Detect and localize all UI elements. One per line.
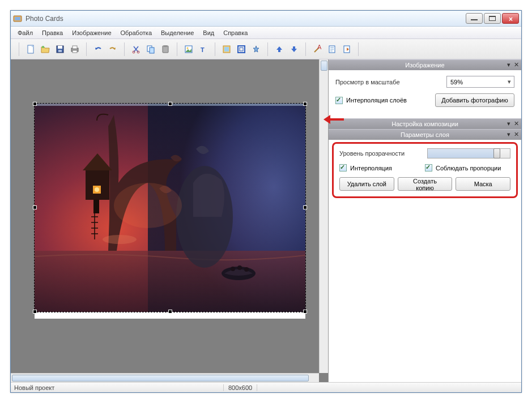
toolbar: T A (11, 39, 521, 59)
print-icon[interactable] (68, 42, 82, 56)
status-project: Новый проект (14, 384, 224, 391)
down-icon[interactable] (287, 42, 301, 56)
svg-point-35 (231, 267, 235, 271)
zoom-combo[interactable]: 59% ▾ (446, 76, 514, 88)
menubar: Файл Правка Изображение Обработка Выделе… (11, 27, 521, 39)
svg-rect-28 (35, 251, 305, 312)
interp-label: Интерполяция (350, 165, 392, 172)
selection-handle-br[interactable] (303, 310, 307, 314)
text-tool-icon[interactable]: T (197, 42, 210, 56)
app-window: Photo Cards × Файл Правка Изображение Об… (10, 10, 522, 393)
close-panel-icon[interactable]: ✕ (514, 131, 519, 138)
svg-point-38 (103, 235, 137, 244)
opacity-slider[interactable] (427, 148, 510, 158)
close-panel-icon[interactable]: ✕ (514, 61, 519, 68)
close-panel-icon[interactable]: ✕ (514, 120, 519, 127)
selection-handle-tc[interactable] (168, 102, 172, 106)
svg-point-17 (187, 47, 189, 49)
menu-help[interactable]: Справка (219, 28, 252, 38)
keep-prop-checkbox[interactable] (425, 164, 432, 172)
svg-point-37 (244, 267, 249, 272)
close-button[interactable]: × (502, 13, 519, 24)
paste-icon[interactable] (159, 42, 172, 56)
cut-icon[interactable] (129, 42, 143, 56)
selection-handle-mr[interactable] (303, 205, 307, 209)
selection-handle-ml[interactable] (33, 205, 37, 209)
window-buttons: × (466, 13, 519, 24)
open-file-icon[interactable] (39, 42, 52, 56)
svg-text:A: A (317, 45, 322, 50)
mask-button[interactable]: Маска (456, 177, 510, 191)
svg-rect-13 (150, 48, 154, 53)
menu-image[interactable]: Изображение (67, 28, 116, 38)
canvas-image[interactable] (35, 104, 305, 312)
selection-handle-tr[interactable] (303, 102, 307, 106)
panel-image-title[interactable]: Изображение ▾✕ (329, 59, 521, 70)
maximize-button[interactable] (484, 13, 501, 24)
canvas-area[interactable] (11, 59, 329, 382)
copy-icon[interactable] (144, 42, 158, 56)
redo-icon[interactable] (106, 42, 120, 56)
panel-comp-title[interactable]: Настройка композиции ▾✕ (329, 118, 521, 129)
svg-rect-1 (15, 17, 20, 20)
undo-icon[interactable] (91, 42, 105, 56)
panel-image-body: Просмотр в масштабе 59% ▾ Интерполяция с… (329, 70, 521, 118)
status-dimensions: 800x600 (228, 384, 257, 391)
menu-view[interactable]: Вид (198, 28, 219, 38)
svg-rect-9 (73, 50, 77, 53)
interp-checkbox[interactable] (339, 164, 347, 172)
svg-point-39 (114, 183, 182, 228)
horizontal-scrollbar[interactable] (11, 373, 319, 382)
svg-point-36 (237, 265, 242, 270)
app-title: Photo Cards (25, 15, 466, 23)
svg-rect-22 (240, 48, 243, 51)
border-icon[interactable] (235, 42, 248, 56)
menu-file[interactable]: Файл (13, 28, 37, 38)
collapse-icon[interactable]: ▾ (507, 120, 510, 127)
statusbar: Новый проект 800x600 (11, 382, 521, 392)
vertical-scrollbar[interactable] (319, 59, 328, 373)
svg-rect-33 (93, 200, 99, 213)
collapse-icon[interactable]: ▾ (507, 61, 510, 68)
minimize-button[interactable] (466, 13, 483, 24)
save-icon[interactable] (53, 42, 67, 56)
interp-layers-checkbox[interactable] (335, 97, 343, 104)
add-photo-button[interactable]: Добавить фотографию (435, 93, 514, 107)
frame-icon[interactable] (220, 42, 233, 56)
menu-edit[interactable]: Правка (37, 28, 67, 38)
annotation-arrow-icon (322, 113, 345, 126)
svg-rect-21 (238, 46, 245, 53)
collapse-icon[interactable]: ▾ (507, 131, 510, 138)
selection-handle-bl[interactable] (33, 310, 37, 314)
copy-layer-button[interactable]: Создать копию (398, 177, 453, 191)
selection-handle-bc[interactable] (168, 310, 172, 314)
app-icon (13, 14, 22, 23)
menu-select[interactable]: Выделение (156, 28, 198, 38)
svg-text:T: T (201, 46, 205, 53)
zoom-label: Просмотр в масштабе (335, 79, 446, 85)
export-icon[interactable] (340, 42, 354, 56)
svg-rect-5 (58, 46, 62, 49)
svg-point-32 (95, 187, 99, 192)
delete-layer-button[interactable]: Удалить слой (339, 177, 394, 191)
svg-rect-20 (224, 47, 229, 52)
selection-handle-tl[interactable] (33, 102, 37, 106)
new-file-icon[interactable] (24, 42, 37, 56)
image-tool-icon[interactable] (182, 42, 195, 56)
up-icon[interactable] (273, 42, 286, 56)
effects-icon[interactable] (249, 42, 263, 56)
outer-container: Photo Cards × Файл Правка Изображение Об… (0, 0, 532, 403)
wand-a-icon[interactable]: A (310, 42, 324, 56)
svg-rect-8 (73, 46, 77, 49)
side-panel: Изображение ▾✕ Просмотр в масштабе 59% ▾… (329, 59, 521, 382)
titlebar[interactable]: Photo Cards × (11, 11, 521, 27)
svg-point-3 (42, 46, 44, 48)
panel-layer-title[interactable]: Параметры слоя ▾✕ (329, 129, 521, 140)
keep-prop-label: Соблюдать пропорции (436, 165, 501, 172)
svg-rect-15 (164, 45, 167, 47)
doc-icon[interactable] (325, 42, 339, 56)
menu-process[interactable]: Обработка (116, 28, 156, 38)
interp-layers-label: Интерполяция слоёв (346, 97, 407, 104)
chevron-down-icon[interactable]: ▾ (505, 78, 514, 85)
svg-rect-30 (86, 169, 109, 200)
